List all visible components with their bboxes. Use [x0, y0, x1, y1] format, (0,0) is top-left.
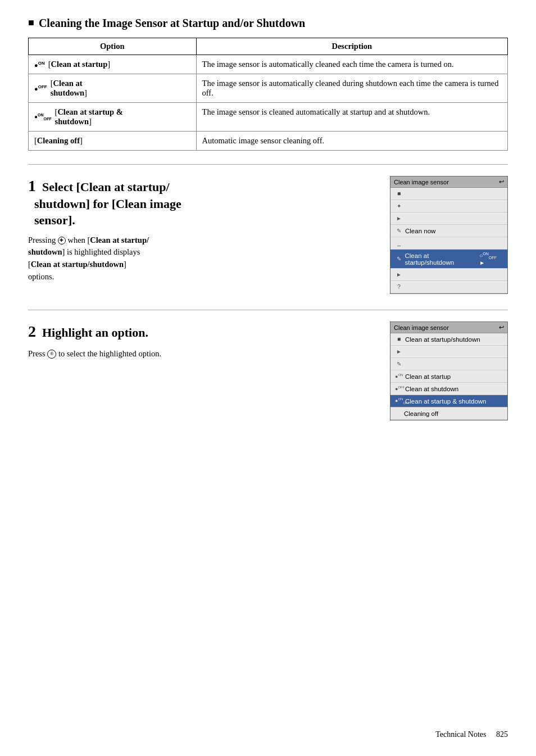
heading-text: Cleaning the Image Sensor at Startup and… — [39, 17, 305, 30]
camera-icon: ◾ — [395, 191, 403, 197]
pencil-icon-2: ✎ — [395, 256, 403, 262]
table-header-option: Option — [29, 38, 197, 55]
on-icon-2: ●ON — [395, 373, 403, 379]
table-row: ●ONOFF [Clean at startup &shutdown] The … — [29, 103, 508, 132]
menu2-item-arrow: ► — [390, 346, 507, 358]
menu2-clean-both-label: Clean at startup & shutdown — [405, 398, 486, 405]
menu-title-2: Clean image sensor — [394, 324, 449, 331]
description-1: The image sensor is automatically cleane… — [196, 55, 507, 74]
d-pad-icon: ✚ — [58, 237, 66, 245]
pencil-icon-1: ✎ — [395, 228, 403, 234]
table-header-description: Description — [196, 38, 507, 55]
pencil-icon-3: ✎ — [395, 361, 403, 367]
question-icon: ? — [395, 284, 403, 290]
table-row: ●ON [Clean at startup] The image sensor … — [29, 55, 508, 74]
table-row: [Cleaning off] Automatic image sensor cl… — [29, 132, 508, 151]
step-2-title: 2 Highlight an option. — [28, 322, 379, 342]
menu-title-1: Clean image sensor — [394, 179, 449, 185]
footer-page: 825 — [496, 730, 508, 739]
step-1-camera-menu: Clean image sensor ↩ ◾ ✦ ► ✎ Clean now ⎯ — [390, 176, 508, 294]
menu-item-t: ⎯ — [390, 237, 507, 250]
menu2-cleaning-off-label: Cleaning off — [404, 410, 438, 417]
description-2: The image sensor is automatically cleane… — [196, 74, 507, 103]
step-2-image: Clean image sensor ↩ ◾ Clean at startup/… — [390, 322, 508, 420]
step-1-number: 1 — [28, 177, 36, 194]
menu-back-icon: ↩ — [499, 178, 504, 185]
step-2-camera-menu: Clean image sensor ↩ ◾ Clean at startup/… — [390, 322, 508, 420]
menu-arrow-icon: ○ONOFF ► — [479, 252, 503, 266]
menu2-clean-shutdown-label: Clean at shutdown — [405, 386, 458, 392]
step-2-text: 2 Highlight an option. Press ® to select… — [28, 322, 379, 360]
menu2-item-pencil: ✎ — [390, 358, 507, 370]
menu2-item-clean-both: ●ONOFF Clean at startup & shutdown — [390, 395, 507, 408]
menu2-startup-label: Clean at startup/shutdown — [405, 336, 480, 343]
option-label-2: [Clean atshutdown] — [51, 79, 87, 98]
main-heading: ■ Cleaning the Image Sensor at Startup a… — [28, 17, 508, 30]
camera-icon-2: ◾ — [395, 336, 403, 342]
arrow-icon-1: ► — [395, 215, 403, 221]
section-divider — [28, 164, 508, 165]
onoff-sensor-icon: ●ONOFF — [34, 113, 52, 121]
menu-back-icon-2: ↩ — [499, 324, 504, 331]
menu2-item-header: ◾ Clean at startup/shutdown — [390, 333, 507, 346]
description-4: Automatic image sensor cleaning off. — [196, 132, 507, 151]
off-icon-2: ●OFF — [395, 386, 403, 392]
ok-icon: ® — [47, 350, 56, 359]
options-table: Option Description ●ON [Clean at startup… — [28, 38, 508, 151]
menu-item-arrow1: ► — [390, 212, 507, 225]
t-icon: ⎯ — [395, 240, 403, 246]
off-sensor-icon: ●OFF — [34, 84, 47, 92]
option-label-4: [Cleaning off] — [34, 136, 83, 145]
menu-item-arrow2: ► — [390, 269, 507, 281]
arrow-icon-3: ► — [395, 348, 403, 355]
menu2-item-cleaning-off: Cleaning off — [390, 408, 507, 420]
step-1-title: 1 Select [Clean at startup/ shutdown] fo… — [28, 176, 379, 229]
step-2-section: 2 Highlight an option. Press ® to select… — [28, 322, 508, 420]
menu-item-clean-now: ✎ Clean now — [390, 225, 507, 237]
menu-cleannow-label: Clean now — [405, 228, 435, 234]
menu-header-1: Clean image sensor ↩ — [390, 176, 507, 188]
page-footer: Technical Notes 825 — [435, 730, 508, 739]
option-label-1: [Clean at startup] — [48, 60, 110, 69]
step-1-section: 1 Select [Clean at startup/ shutdown] fo… — [28, 176, 508, 294]
onoff-icon-2: ●ONOFF — [395, 397, 403, 405]
section-divider-2 — [28, 310, 508, 310]
menu2-clean-startup-label: Clean at startup — [405, 373, 451, 380]
step-1-body: Pressing ✚ when [Clean at startup/shutdo… — [28, 234, 379, 283]
menu-item-startup-shutdown: ✎ Clean at startup/shutdown ○ONOFF ► — [390, 250, 507, 269]
arrow-icon-2: ► — [395, 271, 403, 278]
menu-header-2: Clean image sensor ↩ — [390, 322, 507, 333]
menu-item-camera: ◾ — [390, 188, 507, 200]
step-1-text: 1 Select [Clean at startup/ shutdown] fo… — [28, 176, 379, 283]
step-2-body: Press ® to select the highlighted option… — [28, 348, 379, 360]
menu-item-flower: ✦ — [390, 200, 507, 212]
step-1-image: Clean image sensor ↩ ◾ ✦ ► ✎ Clean now ⎯ — [390, 176, 508, 294]
option-label-3: [Clean at startup &shutdown] — [55, 107, 123, 126]
menu2-item-clean-shutdown: ●OFF Clean at shutdown — [390, 383, 507, 395]
heading-icon: ■ — [28, 17, 34, 29]
footer-section: Technical Notes — [435, 730, 486, 739]
table-row: ●OFF [Clean atshutdown] The image sensor… — [29, 74, 508, 103]
step-2-number: 2 — [28, 323, 36, 340]
on-sensor-icon: ●ON — [34, 61, 45, 69]
menu2-item-clean-startup: ●ON Clean at startup — [390, 370, 507, 383]
flower-icon: ✦ — [395, 203, 403, 209]
description-3: The image sensor is cleaned automaticall… — [196, 103, 507, 132]
menu-startup-label: Clean at startup/shutdown — [405, 252, 478, 266]
menu-item-question: ? — [390, 281, 507, 293]
